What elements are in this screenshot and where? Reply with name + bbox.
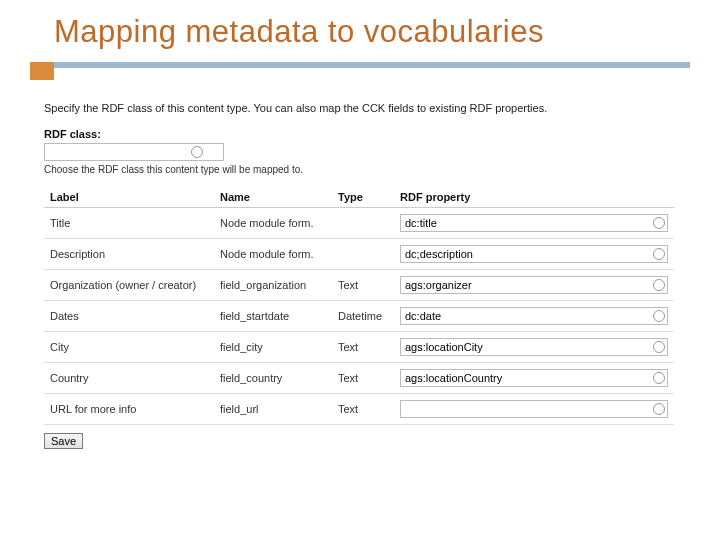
rdf-property-input[interactable]	[405, 339, 649, 355]
cell-name: Node module form.	[214, 208, 332, 239]
intro-text: Specify the RDF class of this content ty…	[44, 102, 690, 114]
col-header-type: Type	[332, 187, 394, 208]
rdf-class-input[interactable]	[49, 144, 187, 160]
cell-type: Text	[332, 363, 394, 394]
cell-type	[332, 239, 394, 270]
cell-prop	[394, 394, 674, 425]
table-row: DescriptionNode module form.	[44, 239, 674, 270]
cell-label: Title	[44, 208, 214, 239]
table-row: Organization (owner / creator)field_orga…	[44, 270, 674, 301]
autocomplete-throbber-icon	[653, 217, 665, 229]
cell-label: Organization (owner / creator)	[44, 270, 214, 301]
rdf-property-combo[interactable]	[400, 307, 668, 325]
autocomplete-throbber-icon	[653, 248, 665, 260]
cell-type: Text	[332, 332, 394, 363]
cell-type: Datetime	[332, 301, 394, 332]
cell-name: field_url	[214, 394, 332, 425]
rdf-property-combo[interactable]	[400, 369, 668, 387]
cell-prop	[394, 363, 674, 394]
table-row: URL for more infofield_urlText	[44, 394, 674, 425]
cell-prop	[394, 270, 674, 301]
col-header-prop: RDF property	[394, 187, 674, 208]
rdf-property-combo[interactable]	[400, 276, 668, 294]
rdf-property-input[interactable]	[405, 370, 649, 386]
rdf-class-helper: Choose the RDF class this content type w…	[44, 164, 690, 175]
cell-name: field_organization	[214, 270, 332, 301]
rdf-property-input[interactable]	[405, 401, 649, 417]
autocomplete-throbber-icon	[653, 279, 665, 291]
cell-prop	[394, 239, 674, 270]
cell-label: URL for more info	[44, 394, 214, 425]
autocomplete-throbber-icon	[653, 372, 665, 384]
page-title: Mapping metadata to vocabularies	[54, 14, 690, 50]
col-header-name: Name	[214, 187, 332, 208]
col-header-label: Label	[44, 187, 214, 208]
rdf-property-combo[interactable]	[400, 338, 668, 356]
rdf-property-combo[interactable]	[400, 245, 668, 263]
autocomplete-throbber-icon	[653, 341, 665, 353]
table-row: Cityfield_cityText	[44, 332, 674, 363]
cell-type: Text	[332, 270, 394, 301]
table-row: Datesfield_startdateDatetime	[44, 301, 674, 332]
cell-name: field_city	[214, 332, 332, 363]
accent-block	[30, 62, 54, 80]
cell-prop	[394, 208, 674, 239]
autocomplete-throbber-icon	[653, 310, 665, 322]
rdf-property-combo[interactable]	[400, 400, 668, 418]
divider-bar	[54, 62, 690, 68]
cell-type: Text	[332, 394, 394, 425]
title-rule	[30, 62, 690, 80]
cell-type	[332, 208, 394, 239]
rdf-class-combo[interactable]	[44, 143, 224, 161]
cell-name: field_startdate	[214, 301, 332, 332]
autocomplete-throbber-icon	[191, 146, 203, 158]
cell-label: City	[44, 332, 214, 363]
rdf-property-input[interactable]	[405, 215, 649, 231]
cell-prop	[394, 332, 674, 363]
cell-label: Dates	[44, 301, 214, 332]
cell-label: Country	[44, 363, 214, 394]
table-row: Countryfield_countryText	[44, 363, 674, 394]
rdf-property-combo[interactable]	[400, 214, 668, 232]
rdf-property-input[interactable]	[405, 246, 649, 262]
autocomplete-throbber-icon	[653, 403, 665, 415]
save-button[interactable]: Save	[44, 433, 83, 449]
table-row: TitleNode module form.	[44, 208, 674, 239]
rdf-property-input[interactable]	[405, 308, 649, 324]
mapping-table: Label Name Type RDF property TitleNode m…	[44, 187, 674, 425]
cell-name: field_country	[214, 363, 332, 394]
rdf-property-input[interactable]	[405, 277, 649, 293]
rdf-class-label: RDF class:	[44, 128, 690, 140]
cell-label: Description	[44, 239, 214, 270]
cell-name: Node module form.	[214, 239, 332, 270]
cell-prop	[394, 301, 674, 332]
